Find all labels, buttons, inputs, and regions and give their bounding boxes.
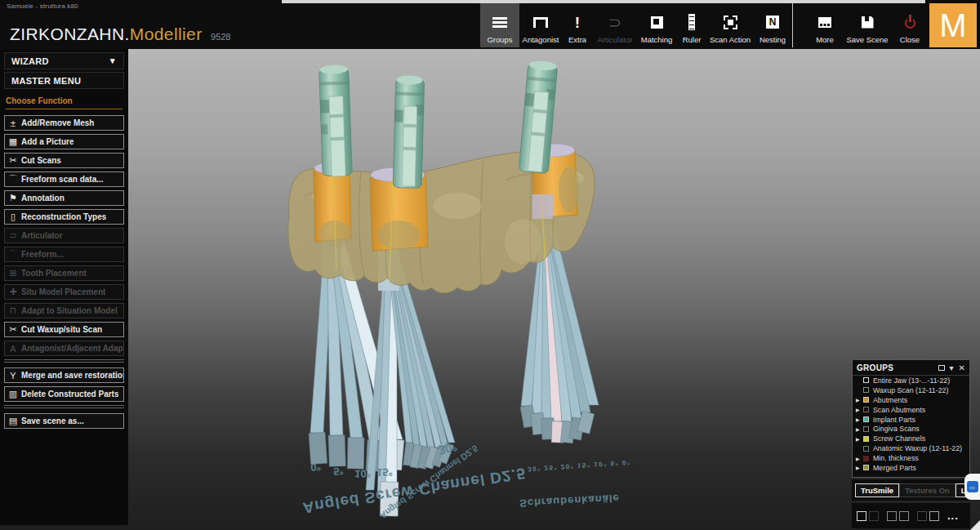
- view-toggle-1[interactable]: [857, 511, 866, 521]
- group-item-min-thickness[interactable]: ▶ Min. thickness: [853, 453, 969, 463]
- group-checkbox[interactable]: [863, 465, 869, 470]
- expand-arrow-icon[interactable]: ▶: [856, 416, 863, 422]
- extra-icon: !: [575, 11, 580, 33]
- articulator-icon: ⊃: [5, 230, 21, 241]
- expand-arrow-icon[interactable]: ▶: [856, 407, 863, 412]
- more-button[interactable]: More: [805, 3, 844, 47]
- group-item-abutments[interactable]: ▶ Abutments: [853, 395, 969, 405]
- merge-icon: Y: [5, 371, 21, 381]
- toolbar-matching-button[interactable]: Matching: [637, 3, 676, 47]
- sidebar-item-add-remove-mesh[interactable]: ± Add/Remove Mesh: [4, 115, 124, 131]
- toolbar-ruler-button[interactable]: Ruler: [676, 3, 707, 47]
- trusmile-button[interactable]: TruSmile: [855, 483, 899, 497]
- group-item-merged-parts[interactable]: ▶ Merged Parts: [853, 463, 969, 473]
- expand-arrow-icon[interactable]: ▶: [856, 456, 863, 461]
- expand-arrow-icon[interactable]: ▶: [856, 436, 863, 442]
- add-remove-mesh-icon: ±: [5, 118, 21, 128]
- group-item-screw-channels[interactable]: ▶ Screw Channels: [853, 434, 969, 443]
- toolbar-antagonist-button[interactable]: Antagonist: [519, 3, 562, 47]
- wizard-dropdown[interactable]: WIZARD ▼: [4, 52, 124, 69]
- toolbar-articulator-button: ⊃ Articulator: [593, 3, 637, 47]
- group-checkbox[interactable]: [863, 436, 869, 442]
- view-toggle-3[interactable]: [887, 511, 897, 521]
- scan-abutment-left: [319, 65, 353, 177]
- view-toggle-6[interactable]: [929, 511, 939, 521]
- master-menu-header[interactable]: MASTER MENU: [4, 72, 124, 89]
- toolbar-groups-button[interactable]: Groups: [480, 3, 519, 47]
- toolbar-nesting-button[interactable]: N Nesting: [753, 3, 792, 47]
- sidebar-item-adapt-to-situation-model: ⊓ Adapt to Situation Model: [4, 303, 124, 318]
- sidebar-item-freeform-scan-data[interactable]: ⌒ Freeform scan data...: [4, 171, 124, 187]
- groups-panel: GROUPS ▾ ✕ Entire Jaw (13-...-11-22) Wax…: [852, 359, 970, 478]
- group-item-implant-parts[interactable]: ▶ Implant Parts: [853, 415, 969, 425]
- close-icon[interactable]: ✕: [959, 363, 965, 372]
- group-item-scan-abutments[interactable]: ▶ Scan Abutments: [853, 405, 969, 415]
- toolbar-scan-action-button[interactable]: Scan Action: [707, 3, 753, 47]
- sidebar-item-add-a-picture[interactable]: ▦ Add a Picture: [4, 134, 124, 149]
- scan-abutment-middle: [393, 75, 425, 188]
- trash-icon: ▥: [5, 389, 21, 399]
- save-scene-button[interactable]: Save Scene: [844, 3, 890, 47]
- group-checkbox[interactable]: [863, 416, 869, 422]
- save-icon: ▤: [5, 416, 21, 426]
- sidebar-divider: [4, 405, 124, 408]
- sidebar-item-delete-constructed-parts[interactable]: ▥ Delete Constructed Parts: [4, 386, 124, 402]
- ruler-icon: [688, 11, 695, 33]
- sidebar-item-antagonist-adjacent-adaptation: A Antagonist/Adjacent Adaptation: [4, 341, 124, 356]
- expand-arrow-icon[interactable]: ▶: [856, 426, 863, 432]
- letter-a-icon: A: [5, 344, 21, 354]
- main-toolbar: Groups Antagonist ! Extra ⊃ Articulator …: [480, 3, 793, 47]
- remote-support-tab[interactable]: ⇔: [964, 474, 980, 500]
- chevron-down-icon[interactable]: ▾: [950, 363, 954, 372]
- gauge-tick-5: 5°: [333, 465, 344, 478]
- toolbar-extra-button[interactable]: ! Extra: [562, 3, 593, 47]
- sidebar-item-situ-model-placement: ✚ Situ Model Placement: [4, 284, 124, 300]
- chevron-down-icon: ▼: [109, 56, 117, 65]
- view-toggle-5[interactable]: [917, 511, 927, 521]
- more-toggles-button[interactable]: ...: [947, 514, 959, 519]
- expand-arrow-icon[interactable]: ▶: [856, 397, 863, 403]
- group-checkbox[interactable]: [863, 456, 869, 461]
- scan-action-icon: [724, 11, 737, 33]
- view-toggle-4[interactable]: [899, 511, 909, 521]
- view-toggle-panel: ...: [852, 503, 970, 528]
- sidebar-item-merge-and-save-restoration[interactable]: Y Merge and save restoration: [4, 367, 124, 383]
- group-item-entire-jaw[interactable]: Entire Jaw (13-...-11-22): [853, 376, 969, 385]
- app-logo: ZIRKONZAHN.Modellier 9528: [10, 24, 231, 44]
- group-item-gingiva-scans[interactable]: ▶ Gingiva Scans: [853, 424, 969, 434]
- save-scene-icon: [862, 11, 874, 33]
- group-checkbox[interactable]: [863, 407, 869, 412]
- sidebar-item-cut-waxup-situ-scan[interactable]: ✂ Cut Waxup/situ Scan: [4, 322, 124, 337]
- scissors-icon: ✂: [5, 324, 21, 335]
- picture-icon: ▦: [5, 136, 21, 147]
- groups-icon: [492, 11, 507, 33]
- view-toggle-2[interactable]: [869, 511, 879, 521]
- sidebar-item-cut-scans[interactable]: ✂ Cut Scans: [4, 153, 124, 168]
- right-gauge-ticks: 30° 25° 20° 15° 10° 5° 0°: [528, 458, 631, 473]
- groups-panel-header: GROUPS ▾ ✕: [853, 360, 969, 376]
- resize-grip[interactable]: [970, 520, 980, 530]
- 3d-viewport[interactable]: 0° 5° 10° 15° 30° Angled Screw Channel D…: [0, 0, 980, 530]
- group-checkbox[interactable]: [863, 387, 869, 393]
- adapt-icon: ⊓: [5, 305, 21, 316]
- group-checkbox[interactable]: [863, 446, 869, 452]
- brand-product: Modellier: [130, 24, 203, 43]
- sidebar-item-annotation[interactable]: ⚑ Annotation: [4, 190, 124, 206]
- tooth-placement-icon: ⊞: [5, 268, 21, 278]
- expand-arrow-icon[interactable]: ▶: [856, 465, 863, 470]
- gauge-tick-10: 10°: [354, 467, 371, 480]
- textures-on-button: Textures On: [899, 483, 956, 497]
- group-checkbox[interactable]: [863, 377, 869, 383]
- restore-window-icon[interactable]: [938, 365, 945, 371]
- sidebar-item-reconstruction-types[interactable]: ▯ Reconstruction Types: [4, 209, 124, 225]
- group-checkbox[interactable]: [863, 397, 869, 403]
- close-button[interactable]: Close: [890, 3, 929, 47]
- group-checkbox[interactable]: [863, 426, 869, 432]
- sidebar-item-save-scene-as[interactable]: ▤ Save scene as...: [4, 413, 124, 429]
- window-title: Samuele - struttura k80: [7, 2, 78, 10]
- group-item-waxup-scan[interactable]: Waxup Scan (12-11-22): [853, 385, 969, 395]
- sidebar-item-articulator: ⊃ Articulator: [4, 228, 124, 243]
- group-item-anatomic-waxup[interactable]: Anatomic Waxup (12-11-22): [853, 443, 969, 453]
- gauge-tick-0: 0°: [310, 461, 321, 474]
- sidebar-item-freeform: ⌒ Freeform...: [4, 247, 124, 262]
